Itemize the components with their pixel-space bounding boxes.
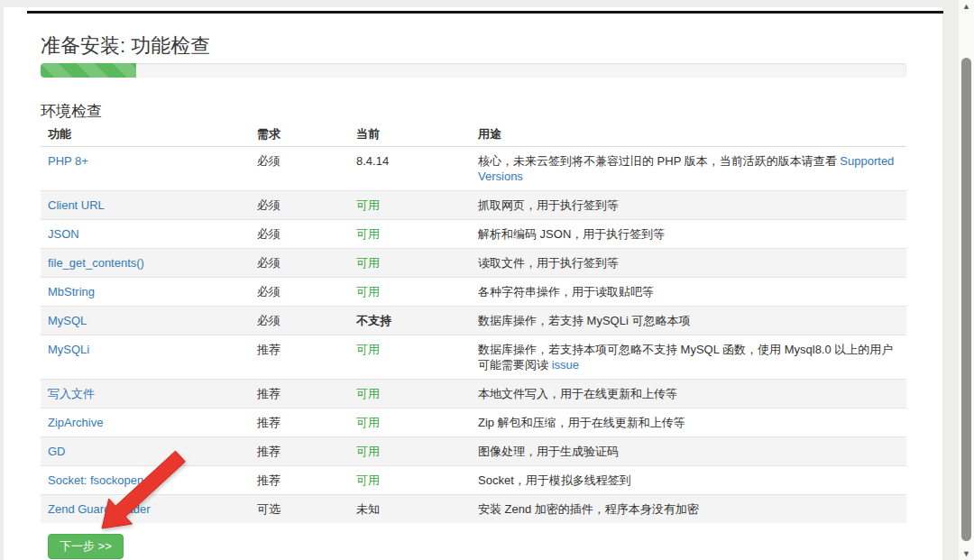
- purpose-cell: 数据库操作，若支持本项可忽略不支持 MySQL 函数，使用 Mysql8.0 以…: [471, 335, 906, 380]
- table-row: MbString必须可用各种字符串操作，用于读取贴吧等: [41, 278, 906, 307]
- current-status-cell: 不支持: [349, 307, 471, 335]
- page-title: 准备安装: 功能检查: [41, 33, 210, 59]
- table-header-row: 功能 需求 当前 用途: [41, 123, 906, 147]
- feature-link[interactable]: Socket: fsockopen: [48, 473, 143, 487]
- purpose-cell: Socket，用于模拟多线程签到: [471, 466, 906, 495]
- purpose-text: 抓取网页，用于执行签到等: [478, 198, 619, 212]
- current-status-cell: 可用: [349, 335, 471, 380]
- feature-link[interactable]: 写入文件: [48, 387, 95, 400]
- purpose-text: Socket，用于模拟多线程签到: [478, 473, 631, 487]
- current-status-cell: 可用: [349, 249, 471, 278]
- scrollbar-down-arrow-icon[interactable]: ▼: [959, 547, 974, 560]
- current-status-cell: 未知: [349, 495, 471, 524]
- feature-link[interactable]: Zend Guard Loader: [48, 502, 150, 516]
- current-status-cell: 可用: [349, 278, 471, 307]
- purpose-cell: 数据库操作，若支持 MySQLi 可忽略本项: [471, 307, 906, 335]
- purpose-cell: 核心，未来云签到将不兼容过旧的 PHP 版本，当前活跃的版本请查看 Suppor…: [471, 147, 906, 191]
- install-progress-bar: [41, 63, 906, 78]
- table-row: Socket: fsockopen推荐可用Socket，用于模拟多线程签到: [41, 466, 906, 495]
- column-header-current: 当前: [349, 123, 471, 147]
- top-divider-rule: [27, 11, 943, 14]
- current-status-cell: 可用: [349, 191, 471, 220]
- feature-link[interactable]: MbString: [48, 285, 95, 298]
- vertical-scrollbar[interactable]: ▲ ▼: [959, 0, 974, 560]
- feature-link[interactable]: MySQL: [48, 314, 87, 327]
- purpose-cell: 读取文件，用于执行签到等: [471, 249, 906, 278]
- purpose-text: 核心，未来云签到将不兼容过旧的 PHP 版本，当前活跃的版本请查看: [478, 154, 840, 168]
- purpose-text: 图像处理，用于生成验证码: [478, 445, 619, 458]
- requirement-cell: 可选: [250, 495, 349, 524]
- purpose-text: 数据库操作，若支持本项可忽略不支持 MySQL 函数，使用 Mysql8.0 以…: [478, 343, 893, 372]
- next-step-button[interactable]: 下一步 >>: [48, 534, 124, 559]
- current-status-cell: 可用: [349, 437, 471, 466]
- purpose-cell: 安装 Zend 加密的插件，程序本身没有加密: [471, 495, 906, 524]
- requirement-cell: 必须: [250, 278, 349, 307]
- purpose-cell: Zip 解包和压缩，用于在线更新和上传等: [471, 409, 906, 437]
- purpose-text: 本地文件写入，用于在线更新和上传等: [478, 387, 677, 400]
- requirement-cell: 必须: [250, 249, 349, 278]
- table-row: Client URL必须可用抓取网页，用于执行签到等: [41, 191, 906, 220]
- section-heading: 环境检查: [41, 101, 102, 123]
- purpose-cell: 本地文件写入，用于在线更新和上传等: [471, 380, 906, 409]
- table-row: JSON必须可用解析和编码 JSON，用于执行签到等: [41, 220, 906, 249]
- requirement-cell: 推荐: [250, 380, 349, 409]
- feature-link[interactable]: ZipArchive: [48, 416, 103, 429]
- env-table-body: PHP 8+必须8.4.14核心，未来云签到将不兼容过旧的 PHP 版本，当前活…: [41, 147, 906, 524]
- environment-check-table: 功能 需求 当前 用途 PHP 8+必须8.4.14核心，未来云签到将不兼容过旧…: [41, 123, 906, 523]
- purpose-cell: 图像处理，用于生成验证码: [471, 437, 906, 466]
- table-row: file_get_contents()必须可用读取文件，用于执行签到等: [41, 249, 906, 278]
- purpose-cell: 解析和编码 JSON，用于执行签到等: [471, 220, 906, 249]
- feature-link[interactable]: JSON: [48, 227, 79, 241]
- purpose-link[interactable]: issue: [552, 358, 579, 372]
- requirement-cell: 推荐: [250, 437, 349, 466]
- table-row: ZipArchive推荐可用Zip 解包和压缩，用于在线更新和上传等: [41, 409, 906, 437]
- requirement-cell: 必须: [250, 307, 349, 335]
- table-row: PHP 8+必须8.4.14核心，未来云签到将不兼容过旧的 PHP 版本，当前活…: [41, 147, 906, 191]
- table-row: GD推荐可用图像处理，用于生成验证码: [41, 437, 906, 466]
- requirement-cell: 推荐: [250, 409, 349, 437]
- column-header-requirement: 需求: [250, 123, 349, 147]
- purpose-cell: 各种字符串操作，用于读取贴吧等: [471, 278, 906, 307]
- purpose-text: 解析和编码 JSON，用于执行签到等: [478, 227, 665, 241]
- purpose-text: Zip 解包和压缩，用于在线更新和上传等: [478, 416, 685, 429]
- purpose-text: 数据库操作，若支持 MySQLi 可忽略本项: [478, 314, 690, 327]
- purpose-text: 读取文件，用于执行签到等: [478, 256, 619, 270]
- feature-link[interactable]: file_get_contents(): [48, 256, 144, 270]
- table-row: Zend Guard Loader可选未知安装 Zend 加密的插件，程序本身没…: [41, 495, 906, 524]
- current-status-cell: 8.4.14: [349, 147, 471, 191]
- content-card: 准备安装: 功能检查 环境检查 功能 需求 当前 用途 PHP 8+必须8.4.…: [4, 7, 942, 560]
- requirement-cell: 必须: [250, 191, 349, 220]
- column-header-feature: 功能: [41, 123, 250, 147]
- feature-link[interactable]: Client URL: [48, 198, 105, 212]
- scrollbar-up-arrow-icon[interactable]: ▲: [959, 0, 974, 13]
- requirement-cell: 推荐: [250, 335, 349, 380]
- current-status-cell: 可用: [349, 466, 471, 495]
- requirement-cell: 必须: [250, 220, 349, 249]
- table-row: MySQL必须不支持数据库操作，若支持 MySQLi 可忽略本项: [41, 307, 906, 335]
- feature-link[interactable]: MySQLi: [48, 343, 89, 356]
- feature-link[interactable]: GD: [48, 445, 66, 458]
- current-status-cell: 可用: [349, 220, 471, 249]
- scrollbar-thumb[interactable]: [961, 58, 971, 541]
- purpose-text: 各种字符串操作，用于读取贴吧等: [478, 285, 654, 298]
- feature-link[interactable]: PHP 8+: [48, 154, 88, 168]
- purpose-text: 安装 Zend 加密的插件，程序本身没有加密: [478, 502, 699, 516]
- table-row: MySQLi推荐可用数据库操作，若支持本项可忽略不支持 MySQL 函数，使用 …: [41, 335, 906, 380]
- current-status-cell: 可用: [349, 409, 471, 437]
- purpose-cell: 抓取网页，用于执行签到等: [471, 191, 906, 220]
- requirement-cell: 必须: [250, 147, 349, 191]
- current-status-cell: 可用: [349, 380, 471, 409]
- table-row: 写入文件推荐可用本地文件写入，用于在线更新和上传等: [41, 380, 906, 409]
- install-progress-fill: [41, 63, 136, 78]
- column-header-purpose: 用途: [471, 123, 906, 147]
- requirement-cell: 推荐: [250, 466, 349, 495]
